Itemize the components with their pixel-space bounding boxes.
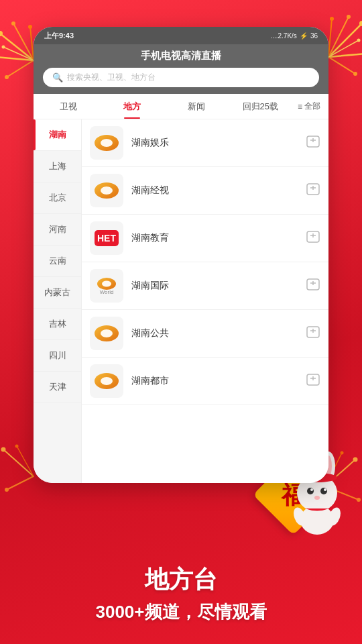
promo-subtitle: 3000+频道，尽情观看 — [95, 600, 266, 624]
tabs-row: 卫视 地方 新闻 回归25载 ≡ 全部 — [34, 94, 328, 119]
channel-item-jiaoyu[interactable]: HET 湖南教育 — [82, 215, 328, 262]
channel-add-jingshi[interactable] — [306, 182, 320, 200]
svg-point-27 — [1, 447, 6, 452]
svg-point-9 — [5, 75, 9, 79]
svg-point-73 — [307, 488, 314, 494]
svg-line-24 — [3, 449, 34, 476]
tab-satellite[interactable]: 卫视 — [36, 94, 101, 119]
channel-name-jiaoyu: 湖南教育 — [131, 232, 306, 244]
channel-add-dushi[interactable] — [306, 372, 320, 390]
channel-logo-dushi — [90, 364, 123, 398]
svg-point-19 — [347, 15, 351, 19]
svg-point-28 — [5, 488, 9, 492]
channel-list: 湖南娱乐 — [82, 119, 328, 483]
svg-point-77 — [314, 496, 320, 500]
list-icon: ≡ — [298, 102, 302, 111]
svg-point-7 — [11, 21, 15, 25]
svg-line-25 — [7, 476, 34, 490]
svg-point-63 — [101, 377, 113, 385]
sidebar-item-shanghai[interactable]: 上海 — [34, 151, 81, 182]
sidebar-item-sichuan[interactable]: 四川 — [34, 340, 81, 372]
channel-name-guoji: 湖南国际 — [131, 280, 306, 292]
search-placeholder: 搜索央视、卫视、地方台 — [67, 72, 156, 83]
channel-name-dushi: 湖南都市 — [131, 375, 306, 387]
channel-item-gonggong[interactable]: 湖南公共 — [82, 310, 328, 358]
search-bar[interactable]: 🔍 搜索央视、卫视、地方台 — [43, 68, 319, 87]
tab-local[interactable]: 地方 — [101, 94, 165, 119]
channel-name-yule: 湖南娱乐 — [131, 137, 306, 149]
channel-item-dushi[interactable]: 湖南都市 — [82, 358, 328, 405]
app-title: 手机电视高清直播 — [43, 50, 319, 62]
sidebar-item-neimenggu[interactable]: 内蒙古 — [34, 277, 81, 309]
svg-line-3 — [7, 60, 34, 77]
svg-point-58 — [101, 329, 113, 337]
svg-point-37 — [101, 139, 113, 147]
wifi-icon: ⚡ — [300, 32, 308, 40]
svg-point-42 — [101, 186, 113, 195]
channel-add-yule[interactable] — [306, 134, 320, 152]
svg-line-26 — [17, 446, 34, 476]
svg-line-15 — [328, 57, 355, 74]
phone-frame: 上午9:43 ....2.7K/s ⚡ 36 手机电视高清直播 🔍 搜索央视、卫… — [34, 27, 328, 483]
signal-text: ....2.7K/s — [270, 32, 296, 40]
search-icon: 🔍 — [52, 72, 63, 83]
svg-point-75 — [310, 488, 313, 491]
channel-item-guoji[interactable]: World 湖南国际 — [82, 262, 328, 310]
svg-point-52 — [102, 281, 111, 287]
channel-logo-jingshi — [90, 174, 123, 207]
channel-item-jingshi[interactable]: 湖南经视 — [82, 167, 328, 215]
svg-text:HET: HET — [97, 233, 116, 244]
main-content: 湖南 上海 北京 河南 云南 内蒙古 吉林 四川 — [34, 119, 328, 483]
channel-logo-gonggong — [90, 317, 123, 350]
channel-logo-yule — [90, 126, 123, 160]
sidebar-item-henan[interactable]: 河南 — [34, 214, 81, 246]
status-time: 上午9:43 — [44, 31, 74, 41]
channel-add-gonggong[interactable] — [306, 325, 320, 343]
channel-name-jingshi: 湖南经视 — [131, 184, 306, 197]
svg-point-22 — [330, 17, 334, 21]
battery-text: 36 — [310, 32, 318, 40]
channel-add-guoji[interactable] — [306, 277, 320, 295]
svg-point-74 — [320, 488, 327, 494]
tab-return[interactable]: 回归25载 — [229, 94, 293, 119]
channel-add-jiaoyu[interactable] — [306, 229, 320, 248]
sidebar-item-yunnan[interactable]: 云南 — [34, 246, 81, 277]
channel-logo-jiaoyu: HET — [90, 221, 123, 255]
app-header: 手机电视高清直播 🔍 搜索央视、卫视、地方台 — [34, 44, 328, 94]
svg-point-10 — [28, 25, 32, 29]
region-sidebar: 湖南 上海 北京 河南 云南 内蒙古 吉林 四川 — [34, 119, 82, 483]
promo-title: 地方台 — [145, 564, 217, 596]
svg-point-33 — [353, 458, 358, 462]
status-bar: 上午9:43 ....2.7K/s ⚡ 36 — [34, 27, 328, 44]
sidebar-item-hunan[interactable]: 湖南 — [34, 119, 81, 151]
channel-item-yule[interactable]: 湖南娱乐 — [82, 119, 328, 167]
svg-point-23 — [357, 39, 361, 42]
sidebar-item-tianjin[interactable]: 天津 — [34, 372, 81, 403]
svg-point-11 — [2, 46, 5, 49]
channel-logo-guoji: World — [90, 269, 123, 303]
status-right: ....2.7K/s ⚡ 36 — [270, 32, 318, 40]
sidebar-item-beijing[interactable]: 北京 — [34, 182, 81, 214]
svg-point-29 — [15, 445, 19, 448]
tab-news[interactable]: 新闻 — [164, 94, 229, 119]
svg-text:World: World — [100, 289, 114, 295]
svg-line-2 — [0, 57, 34, 60]
sidebar-item-jilin[interactable]: 吉林 — [34, 309, 81, 340]
channel-name-gonggong: 湖南公共 — [131, 327, 306, 339]
tab-all[interactable]: ≡ 全部 — [292, 101, 326, 112]
svg-point-21 — [353, 72, 357, 76]
svg-point-76 — [324, 488, 326, 491]
